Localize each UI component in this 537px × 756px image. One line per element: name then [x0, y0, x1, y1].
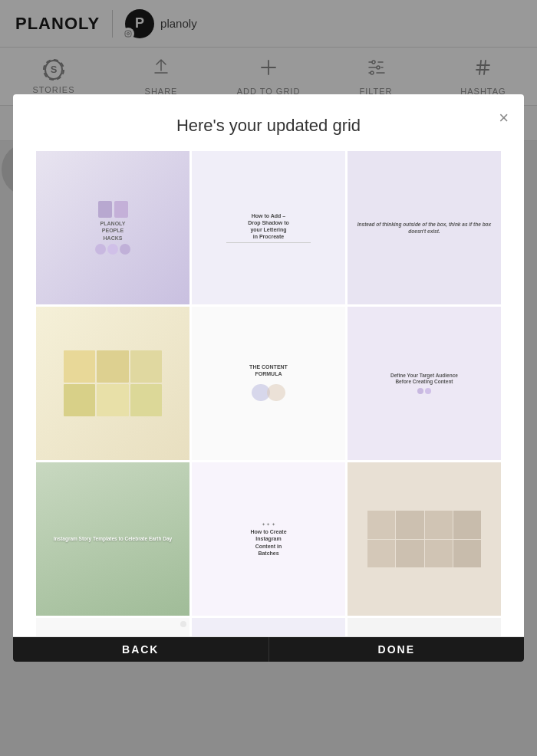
- grid-cell-3: Instead of thinking outside of the box, …: [348, 151, 501, 304]
- modal-header: Here's your updated grid ×: [13, 94, 524, 151]
- grid-cell-6: Define Your Target AudienceBefore Creati…: [348, 307, 501, 460]
- modal-overlay: Here's your updated grid × PLANOLYPEOPLE…: [0, 0, 537, 756]
- grid-cell-1: PLANOLYPEOPLEHACKS: [36, 151, 189, 304]
- instagram-grid: PLANOLYPEOPLEHACKS How to Add –Drop Shad…: [36, 151, 501, 636]
- grid-cell-4: [36, 307, 189, 460]
- modal: Here's your updated grid × PLANOLYPEOPLE…: [13, 94, 524, 662]
- grid-cell-8: ✦ ✦ ✦ How to CreateInstagramContent inBa…: [192, 462, 345, 616]
- modal-title: Here's your updated grid: [176, 116, 361, 136]
- done-button[interactable]: DONE: [269, 637, 525, 662]
- grid-cell-10: [36, 618, 189, 636]
- grid-cell-12: [348, 618, 501, 636]
- back-button[interactable]: BACK: [13, 637, 269, 662]
- grid-cell-9: [348, 462, 501, 616]
- modal-body: PLANOLYPEOPLEHACKS How to Add –Drop Shad…: [13, 151, 524, 636]
- close-button[interactable]: ×: [499, 110, 509, 127]
- grid-cell-2: How to Add –Drop Shadow toyour Lettering…: [192, 151, 345, 304]
- grid-cell-7: Instagram Story Templates to Celebrate E…: [36, 462, 189, 616]
- grid-cell-11: [192, 618, 345, 636]
- grid-cell-5: THE CONTENTFORMULA: [192, 307, 345, 460]
- modal-footer: BACK DONE: [13, 636, 524, 662]
